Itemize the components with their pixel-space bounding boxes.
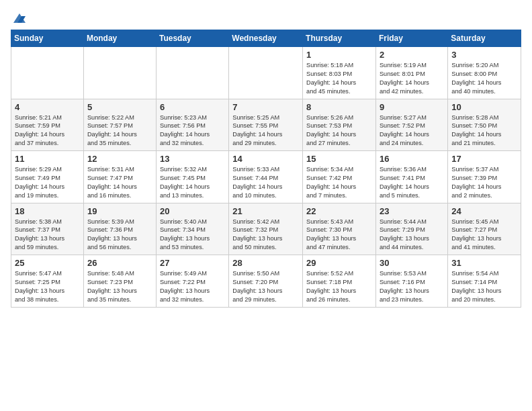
day-number: 23 <box>380 206 444 216</box>
calendar-day-cell: 18Sunrise: 5:38 AM Sunset: 7:37 PM Dayli… <box>11 203 84 255</box>
calendar-day-cell: 11Sunrise: 5:29 AM Sunset: 7:49 PM Dayli… <box>11 151 84 203</box>
day-info: Sunrise: 5:21 AM Sunset: 7:59 PM Dayligh… <box>15 113 80 148</box>
day-info: Sunrise: 5:20 AM Sunset: 8:00 PM Dayligh… <box>451 61 517 96</box>
day-number: 16 <box>380 154 444 164</box>
calendar-week-row: 1Sunrise: 5:18 AM Sunset: 8:03 PM Daylig… <box>11 47 521 99</box>
day-info: Sunrise: 5:54 AM Sunset: 7:14 PM Dayligh… <box>451 269 517 304</box>
calendar-week-row: 18Sunrise: 5:38 AM Sunset: 7:37 PM Dayli… <box>11 203 521 255</box>
calendar-day-cell: 1Sunrise: 5:18 AM Sunset: 8:03 PM Daylig… <box>303 47 376 99</box>
calendar-day-cell: 15Sunrise: 5:34 AM Sunset: 7:42 PM Dayli… <box>303 151 376 203</box>
page: SundayMondayTuesdayWednesdayThursdayFrid… <box>0 0 532 314</box>
calendar: SundayMondayTuesdayWednesdayThursdayFrid… <box>11 30 521 308</box>
day-info: Sunrise: 5:23 AM Sunset: 7:56 PM Dayligh… <box>160 113 225 148</box>
day-number: 26 <box>87 258 152 268</box>
calendar-day-cell: 7Sunrise: 5:25 AM Sunset: 7:55 PM Daylig… <box>229 99 303 151</box>
day-number: 22 <box>306 206 372 216</box>
day-number: 2 <box>380 50 444 60</box>
day-number: 27 <box>160 258 225 268</box>
day-number: 8 <box>306 102 372 112</box>
day-number: 12 <box>87 154 152 164</box>
day-number: 19 <box>87 206 152 216</box>
day-number: 30 <box>380 258 444 268</box>
day-info: Sunrise: 5:52 AM Sunset: 7:18 PM Dayligh… <box>306 269 372 304</box>
day-number: 6 <box>160 102 225 112</box>
day-info: Sunrise: 5:22 AM Sunset: 7:57 PM Dayligh… <box>87 113 152 148</box>
calendar-day-cell: 12Sunrise: 5:31 AM Sunset: 7:47 PM Dayli… <box>83 151 156 203</box>
calendar-day-cell: 20Sunrise: 5:40 AM Sunset: 7:34 PM Dayli… <box>156 203 228 255</box>
calendar-day-cell: 10Sunrise: 5:28 AM Sunset: 7:50 PM Dayli… <box>448 99 521 151</box>
day-number: 5 <box>87 102 152 112</box>
calendar-header-row: SundayMondayTuesdayWednesdayThursdayFrid… <box>11 30 521 47</box>
calendar-day-cell <box>229 47 303 99</box>
day-number: 29 <box>306 258 372 268</box>
day-info: Sunrise: 5:38 AM Sunset: 7:37 PM Dayligh… <box>15 218 80 253</box>
calendar-day-cell <box>11 47 84 99</box>
day-number: 13 <box>160 154 225 164</box>
day-number: 9 <box>380 102 444 112</box>
calendar-day-cell: 27Sunrise: 5:49 AM Sunset: 7:22 PM Dayli… <box>156 255 228 308</box>
weekday-header: Monday <box>83 30 156 47</box>
day-number: 4 <box>15 102 80 112</box>
weekday-header: Sunday <box>11 30 84 47</box>
calendar-day-cell: 23Sunrise: 5:44 AM Sunset: 7:29 PM Dayli… <box>375 203 447 255</box>
day-info: Sunrise: 5:27 AM Sunset: 7:52 PM Dayligh… <box>380 113 444 148</box>
calendar-day-cell: 26Sunrise: 5:48 AM Sunset: 7:23 PM Dayli… <box>83 255 156 308</box>
calendar-day-cell: 22Sunrise: 5:43 AM Sunset: 7:30 PM Dayli… <box>303 203 376 255</box>
calendar-day-cell <box>156 47 228 99</box>
day-info: Sunrise: 5:31 AM Sunset: 7:47 PM Dayligh… <box>87 165 152 200</box>
weekday-header: Tuesday <box>156 30 228 47</box>
day-info: Sunrise: 5:29 AM Sunset: 7:49 PM Dayligh… <box>15 165 80 200</box>
weekday-header: Saturday <box>448 30 521 47</box>
calendar-day-cell: 31Sunrise: 5:54 AM Sunset: 7:14 PM Dayli… <box>448 255 521 308</box>
day-number: 11 <box>15 154 80 164</box>
day-info: Sunrise: 5:44 AM Sunset: 7:29 PM Dayligh… <box>380 218 444 253</box>
day-info: Sunrise: 5:32 AM Sunset: 7:45 PM Dayligh… <box>160 165 225 200</box>
day-info: Sunrise: 5:42 AM Sunset: 7:32 PM Dayligh… <box>232 218 299 253</box>
day-info: Sunrise: 5:19 AM Sunset: 8:01 PM Dayligh… <box>380 61 444 96</box>
day-number: 3 <box>451 50 517 60</box>
day-info: Sunrise: 5:26 AM Sunset: 7:53 PM Dayligh… <box>306 113 372 148</box>
calendar-week-row: 25Sunrise: 5:47 AM Sunset: 7:25 PM Dayli… <box>11 255 521 308</box>
calendar-day-cell: 30Sunrise: 5:53 AM Sunset: 7:16 PM Dayli… <box>375 255 447 308</box>
day-number: 14 <box>232 154 299 164</box>
day-info: Sunrise: 5:47 AM Sunset: 7:25 PM Dayligh… <box>15 269 80 304</box>
day-info: Sunrise: 5:34 AM Sunset: 7:42 PM Dayligh… <box>306 165 372 200</box>
calendar-day-cell: 8Sunrise: 5:26 AM Sunset: 7:53 PM Daylig… <box>303 99 376 151</box>
calendar-day-cell: 6Sunrise: 5:23 AM Sunset: 7:56 PM Daylig… <box>156 99 228 151</box>
calendar-day-cell: 24Sunrise: 5:45 AM Sunset: 7:27 PM Dayli… <box>448 203 521 255</box>
day-info: Sunrise: 5:25 AM Sunset: 7:55 PM Dayligh… <box>232 113 299 148</box>
day-number: 24 <box>451 206 517 216</box>
day-number: 25 <box>15 258 80 268</box>
calendar-day-cell: 13Sunrise: 5:32 AM Sunset: 7:45 PM Dayli… <box>156 151 228 203</box>
day-number: 15 <box>306 154 372 164</box>
day-info: Sunrise: 5:50 AM Sunset: 7:20 PM Dayligh… <box>232 269 299 304</box>
day-number: 18 <box>15 206 80 216</box>
calendar-day-cell: 3Sunrise: 5:20 AM Sunset: 8:00 PM Daylig… <box>448 47 521 99</box>
day-number: 1 <box>306 50 372 60</box>
calendar-day-cell: 16Sunrise: 5:36 AM Sunset: 7:41 PM Dayli… <box>375 151 447 203</box>
weekday-header: Thursday <box>303 30 376 47</box>
day-info: Sunrise: 5:43 AM Sunset: 7:30 PM Dayligh… <box>306 218 372 253</box>
calendar-day-cell: 5Sunrise: 5:22 AM Sunset: 7:57 PM Daylig… <box>83 99 156 151</box>
calendar-day-cell: 21Sunrise: 5:42 AM Sunset: 7:32 PM Dayli… <box>229 203 303 255</box>
day-number: 28 <box>232 258 299 268</box>
logo <box>11 11 27 23</box>
day-info: Sunrise: 5:49 AM Sunset: 7:22 PM Dayligh… <box>160 269 225 304</box>
day-number: 21 <box>232 206 299 216</box>
calendar-day-cell <box>83 47 156 99</box>
day-info: Sunrise: 5:53 AM Sunset: 7:16 PM Dayligh… <box>380 269 444 304</box>
calendar-day-cell: 14Sunrise: 5:33 AM Sunset: 7:44 PM Dayli… <box>229 151 303 203</box>
day-info: Sunrise: 5:39 AM Sunset: 7:36 PM Dayligh… <box>87 218 152 253</box>
day-number: 17 <box>451 154 517 164</box>
weekday-header: Friday <box>375 30 447 47</box>
day-info: Sunrise: 5:48 AM Sunset: 7:23 PM Dayligh… <box>87 269 152 304</box>
day-number: 10 <box>451 102 517 112</box>
calendar-day-cell: 17Sunrise: 5:37 AM Sunset: 7:39 PM Dayli… <box>448 151 521 203</box>
weekday-header: Wednesday <box>229 30 303 47</box>
day-info: Sunrise: 5:37 AM Sunset: 7:39 PM Dayligh… <box>451 165 517 200</box>
day-number: 20 <box>160 206 225 216</box>
day-info: Sunrise: 5:18 AM Sunset: 8:03 PM Dayligh… <box>306 61 372 96</box>
day-number: 31 <box>451 258 517 268</box>
day-info: Sunrise: 5:45 AM Sunset: 7:27 PM Dayligh… <box>451 218 517 253</box>
day-info: Sunrise: 5:28 AM Sunset: 7:50 PM Dayligh… <box>451 113 517 148</box>
